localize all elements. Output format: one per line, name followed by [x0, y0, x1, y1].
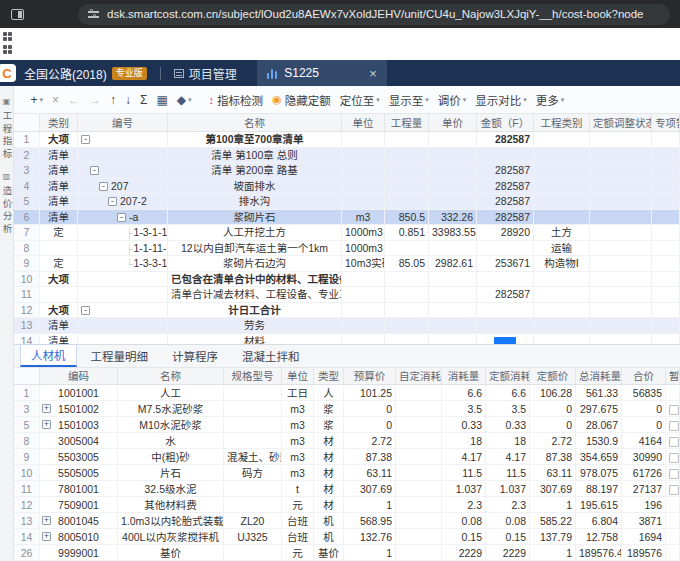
cell-total-price[interactable]: 27137	[622, 481, 666, 496]
cell-name[interactable]: 中(粗)砂	[118, 449, 224, 464]
cell-unit[interactable]	[342, 179, 385, 194]
resource-row[interactable]: 83005004水m3材2.7218182.721530.94164	[14, 433, 680, 449]
cell-work-class[interactable]	[534, 194, 590, 209]
cell-amount[interactable]: 282587	[477, 163, 534, 178]
cell-spec[interactable]	[224, 545, 282, 560]
cell-quota-consume[interactable]: 2229	[486, 545, 530, 560]
cell-total-price[interactable]: 30990	[622, 449, 666, 464]
resource-row[interactable]: 105505005片石码方m3材63.1111.511.563.11978.07…	[14, 465, 680, 481]
cost-row[interactable]: 8├1-1-11-712以内自卸汽车运土第一个1km1000m3运输	[14, 241, 680, 257]
cell-total-price[interactable]: 3871	[622, 513, 666, 528]
cell-work-class[interactable]	[534, 287, 590, 302]
cell-estimate[interactable]	[666, 449, 680, 464]
cell-quota-price[interactable]: 0	[530, 401, 576, 416]
cell-name[interactable]: 片石	[118, 465, 224, 480]
cell-custom-consume[interactable]	[396, 513, 442, 528]
estimate-checkbox[interactable]	[669, 485, 679, 495]
cell-name[interactable]: 浆砌片石	[168, 210, 342, 225]
cell-category[interactable]: 清单	[40, 179, 78, 194]
cell-custom-consume[interactable]	[396, 401, 442, 416]
cell-budget-price[interactable]: 0	[344, 417, 396, 432]
cell-name[interactable]: 第100章至700章清单	[168, 132, 342, 147]
cost-row[interactable]: 7定├1-3-1-1人工开挖土方1000m30.85133983.5528920…	[14, 225, 680, 241]
cell-code[interactable]: └1-3-3-1	[78, 256, 168, 271]
cell-quota-consume[interactable]: 2.3	[486, 497, 530, 512]
cell-work-class[interactable]	[534, 303, 590, 318]
cost-row[interactable]: 13清单劳务	[14, 318, 680, 334]
cell-total-consume[interactable]: 195.615	[576, 497, 622, 512]
cell-unit-price[interactable]	[429, 179, 477, 194]
cell-total-consume[interactable]: 561.33	[576, 385, 622, 400]
cell-category[interactable]: 定	[40, 225, 78, 240]
cell-consume[interactable]: 0.15	[442, 529, 486, 544]
cell-unit[interactable]: 元	[282, 545, 314, 560]
cell-unit-price[interactable]	[429, 334, 477, 345]
cell-spec[interactable]: 码方	[224, 465, 282, 480]
cell-code[interactable]: 7509001	[40, 497, 118, 512]
resource-row[interactable]: 95503005中(粗)砂混凝土、砂浆用中砂m3材87.384.174.1787…	[14, 449, 680, 465]
cell-quota-consume[interactable]: 11.5	[486, 465, 530, 480]
cell-custom-consume[interactable]	[396, 417, 442, 432]
tab-quantity-detail[interactable]: 工程量明细	[81, 345, 159, 367]
cell-unit-price[interactable]	[429, 241, 477, 256]
cell-work-class[interactable]	[534, 163, 590, 178]
adjust-price-button[interactable]: 调价▾	[433, 89, 471, 111]
cell-quantity[interactable]: 0.851	[385, 225, 429, 240]
cell-code[interactable]: ├1-3-1-1	[78, 225, 168, 240]
cell-name[interactable]: M7.5水泥砂浆	[118, 401, 224, 416]
cell-category[interactable]	[40, 287, 78, 302]
cost-row[interactable]: 1大项-第100章至700章清单282587	[14, 132, 680, 148]
add-button[interactable]: +▾	[26, 89, 48, 111]
cell-special[interactable]	[652, 303, 680, 318]
collapse-icon[interactable]: -	[117, 213, 126, 222]
cell-unit[interactable]: 台班	[282, 513, 314, 528]
cell-name[interactable]: 32.5级水泥	[118, 481, 224, 496]
cell-special[interactable]	[652, 163, 680, 178]
cell-estimate[interactable]	[666, 465, 680, 480]
cell-category[interactable]: 清单	[40, 163, 78, 178]
cell-quota-consume[interactable]: 1.037	[486, 481, 530, 496]
cell-consume[interactable]: 3.5	[442, 401, 486, 416]
cell-total-consume[interactable]: 12.758	[576, 529, 622, 544]
cell-estimate[interactable]	[666, 513, 680, 528]
cell-type[interactable]: 人	[314, 385, 344, 400]
cell-custom-consume[interactable]	[396, 497, 442, 512]
cell-code[interactable]: +1501002	[40, 401, 118, 416]
cell-spec[interactable]	[224, 497, 282, 512]
cell-quota-price[interactable]: 1	[530, 497, 576, 512]
cell-adjust-status[interactable]	[590, 287, 652, 302]
cell-quota-price[interactable]: 137.79	[530, 529, 576, 544]
cost-row[interactable]: 12大项-计日工合计	[14, 303, 680, 319]
cell-amount[interactable]	[477, 318, 534, 333]
cell-custom-consume[interactable]	[396, 481, 442, 496]
cell-amount[interactable]: 253671	[477, 256, 534, 271]
cell-amount[interactable]	[477, 334, 534, 345]
cell-code[interactable]	[78, 334, 168, 345]
redo-button[interactable]: →	[85, 89, 106, 111]
cell-budget-price[interactable]: 1	[344, 497, 396, 512]
cell-quota-consume[interactable]: 0.08	[486, 513, 530, 528]
cell-amount[interactable]	[477, 272, 534, 287]
cell-quota-consume[interactable]: 6.6	[486, 385, 530, 400]
active-edit-cell[interactable]	[494, 337, 516, 344]
cell-unit-price[interactable]	[429, 287, 477, 302]
cost-row[interactable]: 9定└1-3-3-1浆砌片石边沟10m3实砌85.052982.61253671…	[14, 256, 680, 272]
cell-name[interactable]: 劳务	[168, 318, 342, 333]
show-compare-button[interactable]: 显示对比▾	[471, 89, 532, 111]
show-to-button[interactable]: 显示至▾	[384, 89, 433, 111]
cell-code[interactable]: 7801001	[40, 481, 118, 496]
cell-work-class[interactable]	[534, 132, 590, 147]
cell-quantity[interactable]: 850.5	[385, 210, 429, 225]
cell-total-price[interactable]: 196	[622, 497, 666, 512]
cell-amount[interactable]	[477, 241, 534, 256]
cell-unit[interactable]: m3	[282, 449, 314, 464]
cell-name[interactable]: 清单合计减去材料、工程设备、专业工	[168, 287, 342, 302]
cost-row[interactable]: 2清单清单 第100章 总则	[14, 148, 680, 164]
collapse-icon[interactable]: -	[90, 166, 99, 175]
collapse-icon[interactable]: -	[99, 182, 108, 191]
cell-consume[interactable]: 2.3	[442, 497, 486, 512]
more-button[interactable]: 更多▾	[531, 89, 569, 111]
cell-consume[interactable]: 0.08	[442, 513, 486, 528]
cell-code[interactable]: 5503005	[40, 449, 118, 464]
cell-total-consume[interactable]: 978.075	[576, 465, 622, 480]
